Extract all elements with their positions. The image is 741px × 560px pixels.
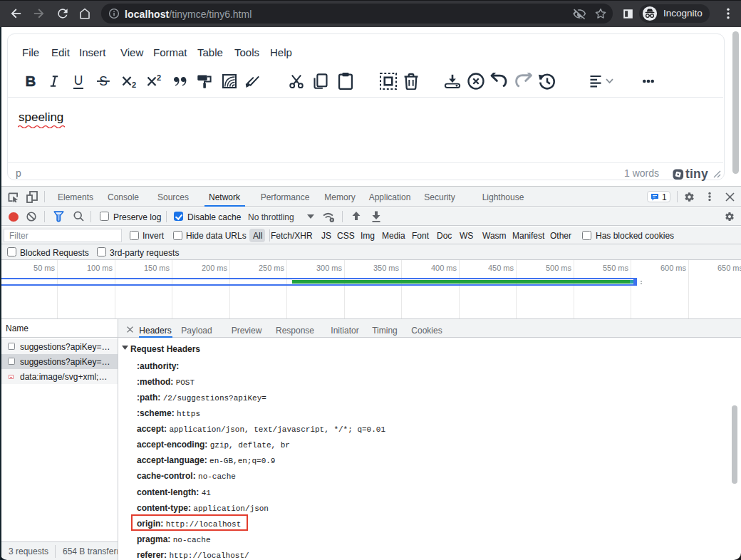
svg-text:2: 2 <box>132 81 136 89</box>
svg-text:2: 2 <box>157 73 161 82</box>
